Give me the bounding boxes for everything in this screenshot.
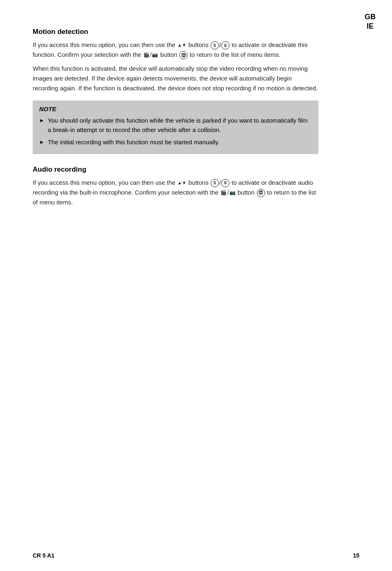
- motion-detection-para1: If you access this menu option, you can …: [33, 40, 318, 60]
- button5-icon: 5: [211, 41, 219, 49]
- country-gb: GB: [365, 12, 376, 22]
- button5-icon-2: 5: [211, 179, 219, 187]
- audio-recording-para1: If you access this menu option, you can …: [33, 178, 318, 207]
- note-item-text-2: The initial recording with this function…: [48, 137, 312, 147]
- page-content: Motion detection If you access this menu…: [0, 0, 351, 236]
- note-item-1: ► You should only activate this function…: [39, 116, 312, 135]
- note-item-text-1: You should only activate this function w…: [48, 116, 312, 135]
- button6-icon: 6: [221, 41, 229, 49]
- note-arrow-icon-1: ►: [39, 116, 45, 125]
- triangle-updown-icon: ▲▼: [178, 42, 187, 49]
- button22-icon: ㉒: [179, 51, 187, 59]
- camera-video-icon-2: 🎬: [220, 189, 227, 197]
- note-title: NOTE: [39, 105, 312, 112]
- note-arrow-icon-2: ►: [39, 138, 45, 146]
- motion-detection-title: Motion detection: [33, 28, 318, 36]
- camera-photo-icon: 📷: [152, 51, 158, 59]
- corner-badge: GB IE: [365, 12, 376, 31]
- triangle-updown-icon-2: ▲▼: [178, 179, 187, 187]
- camera-video-icon: 🎬: [143, 51, 149, 59]
- audio-recording-title: Audio recording: [33, 166, 318, 174]
- model-label: CR 5 A1: [33, 552, 54, 559]
- country-ie: IE: [365, 22, 376, 31]
- camera-photo-icon-2: 📷: [229, 189, 236, 197]
- button22-icon-2: ㉒: [257, 189, 265, 197]
- note-box: NOTE ► You should only activate this fun…: [33, 101, 318, 154]
- note-item-2: ► The initial recording with this functi…: [39, 137, 312, 147]
- page-number: 15: [353, 552, 359, 559]
- button6-icon-2: 6: [221, 179, 229, 187]
- footer: CR 5 A1 15: [0, 552, 392, 559]
- motion-detection-para2: When this function is activated, the dev…: [33, 64, 318, 93]
